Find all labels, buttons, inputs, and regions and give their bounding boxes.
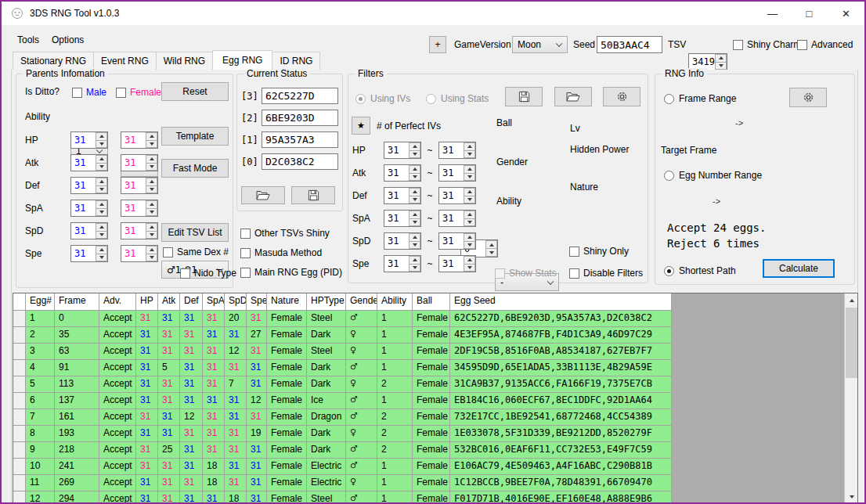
- female-atk-spinner[interactable]: 31: [121, 154, 158, 171]
- advanced-checkbox[interactable]: Advanced: [797, 39, 853, 50]
- table-row[interactable]: 7161Accept313112313131FemaleDragon♂2Fema…: [13, 409, 857, 426]
- spin-down-icon[interactable]: [146, 164, 157, 171]
- table-row[interactable]: 6137Accept313131313112FemaleIce♂1FemaleE…: [13, 393, 857, 409]
- spin-up-icon[interactable]: [146, 246, 157, 254]
- spin-up-icon[interactable]: [146, 155, 157, 164]
- spin-up-icon[interactable]: [485, 240, 497, 249]
- table-row[interactable]: 5113Accept31313131731FemaleDark♀2Female3…: [13, 376, 857, 393]
- tab-stationary-rng[interactable]: Stationary RNG: [13, 52, 94, 70]
- male-spe-spinner[interactable]: 31: [70, 245, 108, 262]
- spin-up-icon[interactable]: [409, 256, 420, 265]
- scroll-up-icon[interactable]: [845, 293, 858, 307]
- spin-down-icon[interactable]: [715, 63, 727, 70]
- filter-hp-max-spinner[interactable]: 31: [438, 142, 476, 159]
- column-header-gender[interactable]: Gender: [346, 293, 377, 311]
- female-def-spinner[interactable]: 31: [121, 177, 158, 194]
- spin-up-icon[interactable]: [464, 142, 475, 151]
- spin-up-icon[interactable]: [96, 223, 107, 232]
- spin-up-icon[interactable]: [96, 132, 107, 141]
- masuda-method-checkbox[interactable]: Masuda Method: [240, 247, 322, 258]
- close-button[interactable]: ✕: [828, 2, 864, 25]
- calculate-button[interactable]: Calculate: [763, 259, 835, 278]
- tab-event-rng[interactable]: Event RNG: [93, 52, 157, 70]
- status-save-button[interactable]: [291, 186, 335, 204]
- spin-down-icon[interactable]: [96, 164, 107, 171]
- table-row[interactable]: 491Accept31531313131FemaleDark♂1Female34…: [13, 360, 857, 376]
- male-def-spinner[interactable]: 31: [70, 177, 108, 194]
- female-hp-spinner[interactable]: 31: [121, 131, 158, 149]
- shiny-charm-checkbox[interactable]: Shiny Charm: [733, 39, 801, 50]
- spin-up-icon[interactable]: [409, 233, 420, 242]
- spin-up-icon[interactable]: [146, 132, 157, 141]
- spin-up-icon[interactable]: [146, 200, 157, 209]
- filter-def-max-spinner[interactable]: 31: [438, 187, 476, 204]
- spin-down-icon[interactable]: [409, 265, 420, 272]
- status-slot-value[interactable]: D2C038C2: [262, 153, 338, 170]
- table-row[interactable]: 8193Accept313131313119FemaleDark♀2Female…: [13, 426, 857, 442]
- spin-up-icon[interactable]: [409, 165, 420, 174]
- table-row[interactable]: 9218Accept312531313131FemaleDark♂2Female…: [13, 442, 857, 459]
- column-header-nature[interactable]: Nature: [267, 293, 307, 311]
- show-stats-checkbox[interactable]: Show Stats: [495, 268, 557, 279]
- spin-up-icon[interactable]: [96, 155, 107, 164]
- spin-up-icon[interactable]: [464, 233, 475, 242]
- spin-down-icon[interactable]: [146, 254, 157, 262]
- column-header-ability[interactable]: Ability: [377, 293, 413, 311]
- spin-down-icon[interactable]: [464, 265, 475, 272]
- male-checkbox[interactable]: Male: [72, 87, 106, 98]
- table-row[interactable]: 235Accept313131313127FemaleDark♀1Female4…: [13, 327, 857, 344]
- minimize-button[interactable]: —: [754, 2, 791, 25]
- status-open-button[interactable]: [241, 186, 285, 204]
- spin-down-icon[interactable]: [464, 196, 475, 204]
- filter-spd-min-spinner[interactable]: 31: [384, 232, 421, 250]
- spin-down-icon[interactable]: [409, 219, 420, 227]
- spin-down-icon[interactable]: [146, 141, 157, 149]
- spin-down-icon[interactable]: [464, 242, 475, 250]
- table-row[interactable]: 11269Accept313131183131FemaleElectric♀1F…: [13, 475, 857, 491]
- spin-up-icon[interactable]: [715, 54, 727, 63]
- spin-down-icon[interactable]: [409, 151, 420, 159]
- status-slot-value[interactable]: 62C5227D: [262, 88, 338, 104]
- filter-spd-max-spinner[interactable]: 31: [438, 232, 476, 250]
- spin-down-icon[interactable]: [96, 232, 107, 239]
- column-header-ball[interactable]: Ball: [413, 293, 450, 311]
- same-dex-checkbox[interactable]: Same Dex #: [163, 247, 229, 257]
- male-hp-spinner[interactable]: 31: [70, 131, 108, 149]
- spin-up-icon[interactable]: [464, 256, 475, 265]
- tab-egg-rng[interactable]: Egg RNG: [212, 50, 272, 70]
- spin-up-icon[interactable]: [96, 200, 107, 209]
- tab-id-rng[interactable]: ID RNG: [272, 52, 320, 70]
- filter-spa-max-spinner[interactable]: 31: [438, 210, 476, 227]
- tab-wild-rng[interactable]: Wild RNG: [156, 52, 213, 70]
- filter-atk-max-spinner[interactable]: 31: [438, 164, 476, 182]
- spin-up-icon[interactable]: [464, 165, 475, 174]
- frame-range-radio[interactable]: Frame Range: [664, 93, 736, 104]
- male-spd-spinner[interactable]: 31: [70, 222, 108, 239]
- spin-down-icon[interactable]: [464, 151, 475, 159]
- seed-input[interactable]: 50B3AAC4: [597, 36, 662, 53]
- spin-up-icon[interactable]: [464, 211, 475, 219]
- shortest-path-radio[interactable]: Shortest Path: [664, 265, 736, 276]
- column-header-hp[interactable]: HP: [136, 293, 158, 311]
- game-version-dropdown[interactable]: Moon: [512, 36, 568, 53]
- filters-settings-button[interactable]: [603, 87, 640, 106]
- column-header-spe[interactable]: Spe: [247, 293, 267, 311]
- column-header-spd[interactable]: SpD: [225, 293, 247, 311]
- female-spe-spinner[interactable]: 31: [121, 245, 158, 262]
- female-checkbox[interactable]: Female: [116, 87, 161, 98]
- female-spa-spinner[interactable]: 31: [121, 200, 158, 217]
- column-header-eggseed[interactable]: Egg Seed: [450, 293, 672, 311]
- scrollbar-thumb[interactable]: [846, 308, 857, 378]
- table-row[interactable]: 12294Accept313131311831FemaleSteel♂1Fema…: [13, 491, 857, 504]
- spin-down-icon[interactable]: [96, 209, 107, 217]
- spin-down-icon[interactable]: [485, 249, 497, 257]
- spin-down-icon[interactable]: [146, 186, 157, 194]
- column-header-spa[interactable]: SpA: [203, 293, 225, 311]
- spin-down-icon[interactable]: [146, 232, 157, 239]
- egg-number-range-radio[interactable]: Egg Number Range: [664, 170, 762, 181]
- plus-button[interactable]: +: [429, 36, 446, 53]
- female-spd-spinner[interactable]: 31: [121, 222, 158, 239]
- spin-up-icon[interactable]: [146, 178, 157, 186]
- filters-open-button[interactable]: [554, 87, 592, 106]
- main-rng-egg-checkbox[interactable]: Main RNG Egg (PID): [240, 267, 342, 278]
